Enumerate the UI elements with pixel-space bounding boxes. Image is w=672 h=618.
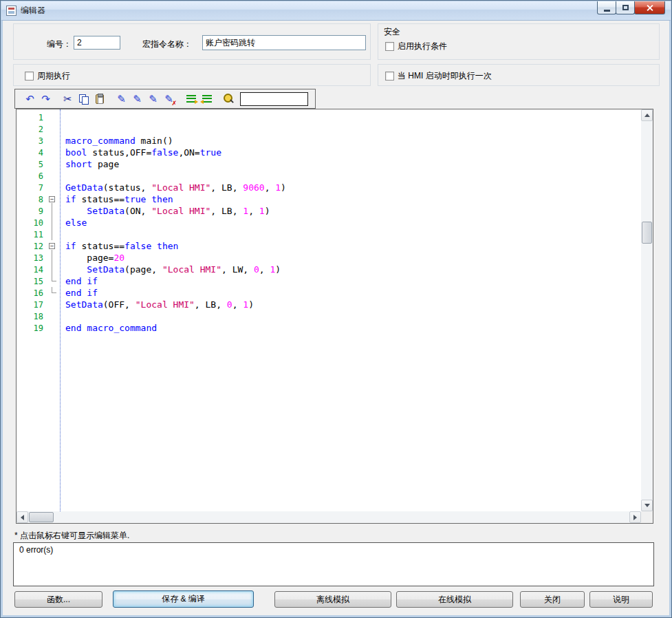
code-line[interactable]: 19end macro_command: [17, 322, 641, 334]
paste-icon[interactable]: [91, 92, 107, 106]
code-line[interactable]: 1: [17, 111, 641, 123]
offline-simulation-button[interactable]: 离线模拟: [274, 591, 391, 608]
fold-margin: [47, 111, 59, 123]
toolbar-separator: [177, 92, 183, 106]
bookmark-prev-icon: ✎: [149, 93, 158, 105]
scroll-left-button[interactable]: [17, 511, 28, 523]
enable-condition-checkbox[interactable]: [385, 42, 394, 51]
help-button[interactable]: 说明: [589, 591, 653, 608]
find-icon[interactable]: [221, 92, 237, 106]
vertical-scroll-thumb[interactable]: [642, 222, 652, 244]
undo-icon[interactable]: ↶: [22, 92, 38, 106]
code-line[interactable]: 8−if status==true then: [17, 193, 641, 205]
minimize-button[interactable]: [597, 1, 616, 14]
fold-margin: [47, 322, 59, 334]
macro-name-input[interactable]: [202, 35, 366, 50]
code-line[interactable]: 5short page: [17, 158, 641, 170]
periodic-row: 周期执行: [25, 70, 70, 82]
line-number: 5: [17, 160, 47, 169]
scroll-right-button[interactable]: [629, 511, 641, 523]
code-line[interactable]: 3macro_command main(): [17, 135, 641, 147]
line-number: 16: [17, 288, 47, 298]
line-number: 13: [17, 253, 47, 263]
fold-margin: [47, 205, 59, 217]
code-text: if status==true then: [59, 194, 173, 204]
code-line[interactable]: 4bool status,OFF=false,ON=true: [17, 147, 641, 158]
code-editor[interactable]: 123macro_command main()4bool status,OFF=…: [16, 109, 653, 524]
window-icon: [6, 6, 17, 16]
periodic-label[interactable]: 周期执行: [37, 70, 70, 82]
code-line[interactable]: 2: [17, 123, 641, 135]
redo-icon[interactable]: ↷: [38, 92, 54, 106]
line-number: 18: [17, 312, 47, 321]
code-text: page=20: [59, 253, 124, 263]
fold-margin: [47, 158, 59, 170]
minimize-icon: [604, 10, 610, 12]
code-line[interactable]: 11: [17, 228, 641, 240]
code-line[interactable]: 6: [17, 170, 641, 182]
arrow-up-icon: [644, 114, 650, 117]
vertical-scrollbar[interactable]: [641, 109, 653, 511]
maximize-button[interactable]: [616, 1, 635, 14]
periodic-checkbox[interactable]: [25, 72, 34, 81]
line-number: 2: [17, 125, 47, 134]
code-line[interactable]: 9 SetData(ON, "Local HMI", LB, 1, 1): [17, 205, 641, 217]
outdent-icon[interactable]: [199, 92, 215, 106]
functions-button[interactable]: 函数...: [14, 591, 102, 608]
toolbar-separator: [54, 92, 60, 106]
cut-icon[interactable]: ✂: [60, 92, 76, 106]
code-line[interactable]: 12−if status==false then: [17, 240, 641, 252]
arrow-down-icon: [644, 504, 650, 507]
scroll-up-button[interactable]: [641, 109, 653, 121]
cut-icon: ✂: [63, 93, 72, 105]
horizontal-scrollbar[interactable]: [17, 511, 641, 523]
fold-toggle[interactable]: −: [47, 240, 59, 252]
bookmark-toggle-icon[interactable]: ✎: [113, 92, 129, 106]
fold-margin: [47, 182, 59, 193]
toolbar-icons: ↶↷✂✎✎✎✎✗: [22, 92, 237, 106]
code-line[interactable]: 18: [17, 310, 641, 322]
indent-icon[interactable]: [183, 92, 199, 106]
bookmark-prev-icon[interactable]: ✎: [145, 92, 161, 106]
error-count-text: 0 error(s): [19, 545, 53, 555]
online-simulation-button[interactable]: 在线模拟: [396, 591, 513, 608]
bookmark-toggle-icon: ✎: [117, 93, 126, 105]
clear-x-icon: ✗: [171, 100, 177, 107]
code-line[interactable]: 15end if: [17, 275, 641, 287]
compile-message-list[interactable]: 0 error(s): [13, 542, 654, 586]
code-text: bool status,OFF=false,ON=true: [59, 147, 221, 158]
line-number: 11: [17, 230, 47, 239]
scroll-down-button[interactable]: [641, 500, 653, 511]
toolbar-search-input[interactable]: [240, 92, 308, 106]
paste-icon: [96, 94, 104, 104]
fold-toggle[interactable]: −: [47, 193, 59, 205]
close-button[interactable]: [634, 1, 665, 14]
code-line[interactable]: 14 SetData(page, "Local HMI", LW, 0, 1): [17, 264, 641, 275]
run-on-startup-label[interactable]: 当 HMI 启动时即执行一次: [398, 70, 492, 82]
close-dialog-button[interactable]: 关闭: [520, 591, 585, 608]
run-on-startup-checkbox[interactable]: [385, 72, 394, 81]
macro-id-input[interactable]: [74, 36, 120, 50]
periodic-group: 周期执行: [13, 64, 371, 86]
horizontal-scroll-thumb[interactable]: [29, 512, 54, 522]
line-number: 7: [17, 183, 47, 193]
code-line[interactable]: 16end if: [17, 287, 641, 299]
save-compile-button[interactable]: 保存 & 编译: [113, 590, 254, 608]
enable-condition-label[interactable]: 启用执行条件: [398, 41, 447, 52]
fold-margin: [47, 287, 59, 299]
undo-icon: ↶: [25, 93, 34, 105]
code-lines[interactable]: 123macro_command main()4bool status,OFF=…: [17, 109, 641, 511]
code-line[interactable]: 17SetData(OFF, "Local HMI", LB, 0, 1): [17, 299, 641, 310]
scrollbar-corner: [641, 511, 653, 523]
copy-icon[interactable]: [76, 92, 91, 106]
security-group: 安全 启用执行条件: [378, 23, 660, 60]
line-number: 19: [17, 323, 47, 333]
line-number: 6: [17, 171, 47, 181]
code-line[interactable]: 10else: [17, 217, 641, 228]
titlebar[interactable]: 编辑器: [1, 1, 671, 21]
code-line[interactable]: 7GetData(status, "Local HMI", LB, 9060, …: [17, 182, 641, 193]
bookmark-clear-icon[interactable]: ✎✗: [161, 92, 177, 106]
bookmark-next-icon[interactable]: ✎: [129, 92, 145, 106]
code-line[interactable]: 13 page=20: [17, 252, 641, 264]
fold-margin: [47, 170, 59, 182]
